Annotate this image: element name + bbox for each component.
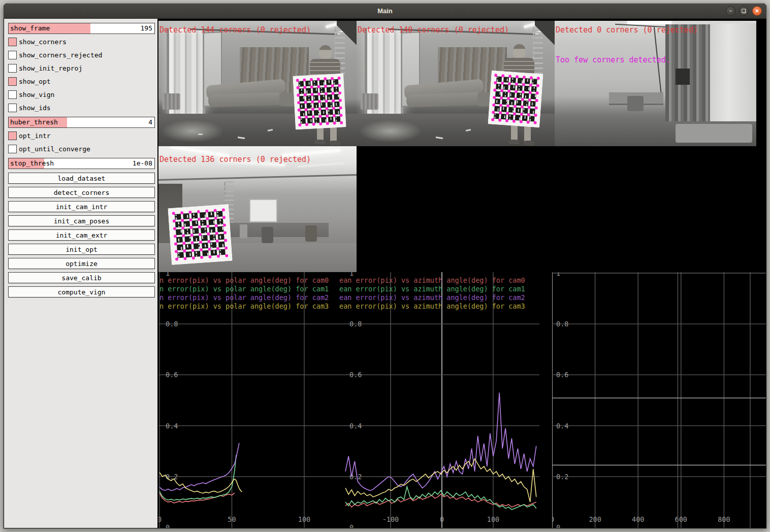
svg-text:100: 100 (298, 515, 310, 523)
checkbox-label: show_ids (19, 104, 51, 112)
curve-cam3 (345, 459, 536, 502)
svg-text:0.8: 0.8 (166, 320, 178, 328)
svg-text:0: 0 (552, 515, 554, 523)
checkbox-show_opt[interactable]: show_opt (8, 77, 155, 86)
titlebar[interactable]: Main –❑✕ (4, 4, 766, 19)
slider-stop_thresh[interactable]: stop_thresh1e-08 (8, 158, 155, 169)
svg-text:0.2: 0.2 (166, 473, 178, 481)
curve-cam2 (159, 443, 239, 491)
person-shoe (508, 140, 520, 144)
checkbox-show_vign[interactable]: show_vign (8, 90, 155, 99)
svg-text:0: 0 (166, 523, 170, 528)
slider-label: huber_thresh (10, 118, 58, 126)
checkbox-box[interactable] (8, 131, 17, 140)
button-compute_vign[interactable]: compute_vign (8, 286, 155, 297)
svg-text:600: 600 (675, 515, 687, 523)
button-save_calib[interactable]: save_calib (8, 272, 155, 283)
person-shoe (330, 141, 341, 145)
slider-value: 195 (141, 24, 152, 32)
window-controls: –❑✕ (726, 6, 762, 16)
aprilgrid-board (168, 204, 233, 265)
checkbox-box[interactable] (8, 90, 17, 99)
checkbox-box[interactable] (8, 145, 17, 153)
detection-status-text: Detected 0 corners (0 rejected) (556, 25, 698, 35)
checkbox-label: show_opt (19, 78, 51, 85)
button-init_cam_extr[interactable]: init_cam_extr (8, 229, 155, 241)
slider-huber_thresh[interactable]: huber_thresh4 (8, 117, 155, 128)
button-detect_corners[interactable]: detect_corners (8, 187, 155, 198)
button-init_cam_poses[interactable]: init_cam_poses (8, 215, 155, 226)
svg-text:-100: -100 (382, 515, 399, 523)
detection-warning-text: Too few corners detected. (556, 55, 670, 64)
checkbox-label: show_corners (19, 38, 67, 46)
detection-status-text: Detected 136 corners (0 rejected) (159, 155, 311, 164)
checkbox-show_ids[interactable]: show_ids (8, 104, 155, 112)
detection-status-text: Detected 140 corners (0 rejected) (358, 25, 509, 35)
checkbox-label: opt_until_converge (19, 145, 90, 153)
checkbox-box[interactable] (8, 38, 17, 46)
checkbox-label: show_vign (19, 91, 54, 98)
checkbox-box[interactable] (8, 51, 17, 59)
svg-text:0.6: 0.6 (556, 371, 568, 379)
scene-r2-winbright (710, 23, 756, 131)
svg-text:0.4: 0.4 (556, 422, 568, 430)
svg-text:800: 800 (718, 515, 730, 523)
aprilgrid-board (293, 73, 346, 129)
legend-entry: n error(pix) vs polar angle(deg) for cam… (159, 293, 329, 302)
checkbox-label: show_init_reproj (19, 64, 82, 72)
svg-text:50: 50 (228, 515, 236, 523)
svg-text:0.6: 0.6 (349, 371, 362, 379)
svg-text:0.8: 0.8 (556, 320, 568, 328)
button-optimize[interactable]: optimize (8, 258, 155, 269)
svg-text:0.8: 0.8 (349, 320, 362, 328)
minimize-button[interactable]: – (726, 6, 735, 16)
svg-text:200: 200 (589, 515, 601, 523)
svg-text:0: 0 (158, 515, 162, 523)
slider-value: 4 (148, 118, 152, 126)
scene-r2-lamp (627, 21, 671, 24)
person-shoe (524, 141, 535, 145)
checkbox-box[interactable] (8, 77, 17, 86)
curve-cam1 (345, 487, 536, 510)
checkbox-show_corners[interactable]: show_corners (8, 38, 155, 46)
checkbox-box[interactable] (8, 104, 17, 112)
close-button[interactable]: ✕ (752, 6, 762, 16)
maximize-button[interactable]: ❑ (739, 6, 749, 16)
scene-r3-bin (240, 224, 248, 238)
svg-text:0.4: 0.4 (166, 422, 178, 430)
svg-text:0.2: 0.2 (556, 473, 568, 481)
plot-error-vs-azimuth-angle[interactable]: -100010010.80.60.40.20ean error(pix) vs … (336, 272, 539, 528)
detection-status-text: Detected 144 corners (0 rejected) (159, 25, 311, 35)
slider-show_frame[interactable]: show_frame195 (8, 23, 155, 34)
plot-error-vs-polar-angle[interactable]: 05010010.80.60.40.20n error(pix) vs pola… (158, 272, 336, 528)
slider-label: stop_thresh (10, 159, 54, 167)
button-load_dataset[interactable]: load_dataset (8, 173, 155, 184)
svg-text:0.4: 0.4 (349, 422, 362, 430)
scene-r3-whiteboard (249, 199, 277, 222)
svg-text:0.6: 0.6 (166, 371, 178, 379)
button-init_cam_intr[interactable]: init_cam_intr (8, 201, 155, 212)
plot-legend: n error(pix) vs polar angle(deg) for cam… (159, 276, 329, 311)
camera-view-cam0: Detected 144 corners (0 rejected) (158, 21, 357, 146)
checkbox-opt_until_converge[interactable]: opt_until_converge (8, 145, 155, 153)
person-shoe (314, 140, 326, 144)
plot-empty-grid[interactable]: 020040060080010.80.60.40.20 (552, 272, 766, 528)
main-window: Main –❑✕ show_frame195show_cornersshow_c… (3, 3, 767, 529)
legend-entry: ean error(pix) vs azimuth angle(deg) for… (339, 293, 525, 302)
checkbox-box[interactable] (8, 64, 17, 73)
plot-legend: ean error(pix) vs azimuth angle(deg) for… (339, 276, 525, 311)
scene-r2-monitor (676, 69, 690, 85)
scene-r3-chair1 (262, 227, 273, 243)
checkbox-show_init_reproj[interactable]: show_init_reproj (8, 64, 155, 73)
checkbox-label: show_corners_rejected (19, 51, 102, 59)
button-init_opt[interactable]: init_opt (8, 244, 155, 255)
curve-cam2 (345, 393, 536, 491)
svg-text:0: 0 (440, 515, 444, 523)
legend-entry: n error(pix) vs polar angle(deg) for cam… (159, 285, 329, 293)
checkbox-show_corners_rejected[interactable]: show_corners_rejected (8, 51, 155, 59)
legend-entry: ean error(pix) vs azimuth angle(deg) for… (339, 285, 525, 293)
checkbox-opt_intr[interactable]: opt_intr (8, 131, 155, 140)
person-head (513, 44, 526, 59)
curve-cam0 (345, 494, 536, 507)
camera-view-cam3: Detected 136 corners (0 rejected) (158, 146, 357, 272)
